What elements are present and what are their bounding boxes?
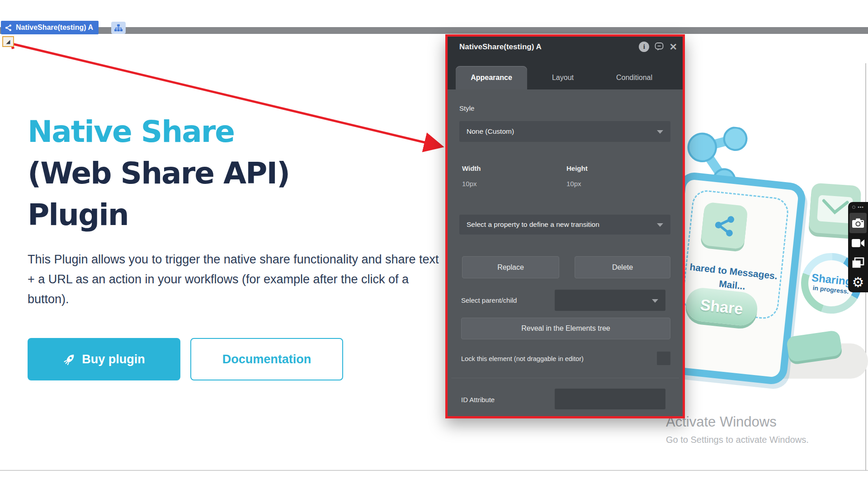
page-title-line3: Plugin [28, 194, 443, 236]
screen-capture-toolbar: ••• ⚙ [848, 202, 868, 292]
documentation-label: Documentation [222, 352, 311, 366]
share-icon [5, 24, 12, 32]
delete-button[interactable]: Delete [575, 256, 670, 278]
width-value: 10px [462, 180, 477, 188]
camera-icon[interactable] [849, 213, 867, 234]
toolbar-more-dots[interactable]: ••• [852, 202, 864, 213]
selected-element-label: NativeShare(testing) A [16, 23, 93, 32]
reveal-in-tree-button[interactable]: Reveal in the Elements tree [461, 318, 670, 339]
hero-section: Native Share (Web Share API) Plugin This… [28, 111, 443, 380]
lock-element-checkbox[interactable] [657, 352, 670, 365]
divider [451, 378, 679, 378]
info-icon[interactable]: i [639, 42, 649, 52]
envelope-icon [817, 195, 853, 223]
chevron-down-icon [652, 299, 658, 303]
frames-icon[interactable] [848, 253, 868, 273]
video-icon[interactable] [848, 233, 868, 253]
elements-tree-button[interactable] [111, 22, 126, 34]
buy-plugin-button[interactable]: Buy plugin [28, 338, 180, 380]
chevron-down-icon [657, 223, 663, 227]
chevron-down-icon [657, 130, 663, 134]
tab-layout[interactable]: Layout [527, 66, 599, 89]
tab-appearance[interactable]: Appearance [456, 66, 527, 89]
transition-dropdown-value: Select a property to define a new transi… [467, 221, 599, 229]
page-bottom-divider [0, 470, 868, 471]
bubble-editor-screen: NativeShare(testing) A ◢ Native Share (W… [0, 0, 868, 488]
parent-child-dropdown[interactable] [555, 290, 665, 311]
style-label: Style [459, 104, 474, 112]
gear-icon[interactable]: ⚙ [848, 272, 868, 292]
height-label: Height [566, 164, 588, 172]
close-icon[interactable]: ✕ [669, 42, 677, 52]
panel-header[interactable]: NativeShare(testing) A i ✕ Appearance La… [448, 37, 683, 89]
width-label: Width [462, 164, 481, 172]
transition-dropdown[interactable]: Select a property to define a new transi… [459, 215, 670, 235]
panel-body: Style None (Custom) Width 10px Height 10… [448, 89, 683, 416]
page-title-line2: (Web Share API) [28, 153, 443, 194]
id-attribute-input[interactable] [555, 389, 665, 409]
share-app-icon [700, 202, 748, 250]
hero-description: This Plugin allows you to trigger the na… [28, 249, 439, 309]
native-share-element-on-canvas[interactable]: ◢ [2, 36, 14, 47]
windows-activation-watermark: Activate Windows Go to Settings to activ… [666, 414, 809, 445]
id-attribute-label: ID Attribute [461, 396, 495, 404]
lock-element-label: Lock this element (not draggable in edit… [461, 355, 584, 362]
sitemap-icon [114, 24, 123, 32]
page-title-line1: Native Share [28, 111, 443, 153]
documentation-button[interactable]: Documentation [190, 338, 343, 380]
height-value: 10px [566, 180, 581, 188]
panel-tabs: Appearance Layout Conditional [456, 66, 670, 89]
panel-title: NativeShare(testing) A [459, 42, 542, 52]
buy-plugin-label: Buy plugin [82, 352, 145, 366]
style-dropdown-value: None (Custom) [467, 127, 514, 136]
comment-icon[interactable] [654, 41, 665, 52]
page-title: Native Share (Web Share API) Plugin [28, 111, 443, 236]
property-editor-panel: NativeShare(testing) A i ✕ Appearance La… [445, 34, 685, 418]
share-illustration: hared to Messages. Mail... Share Sharing… [656, 117, 868, 389]
rocket-icon [63, 352, 76, 366]
page-top-boundary-bar [0, 27, 868, 34]
style-dropdown[interactable]: None (Custom) [459, 121, 670, 142]
replace-button[interactable]: Replace [462, 256, 559, 278]
parent-child-label: Select parent/child [461, 296, 517, 304]
selected-element-tab[interactable]: NativeShare(testing) A [1, 21, 99, 34]
tab-conditional[interactable]: Conditional [599, 66, 670, 89]
